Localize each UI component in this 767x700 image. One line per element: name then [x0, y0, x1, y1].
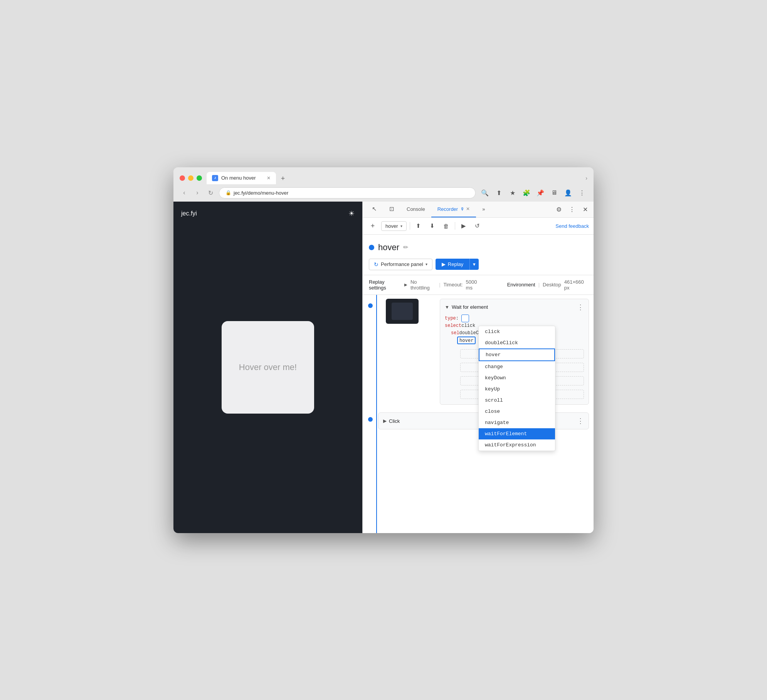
- tab-recorder[interactable]: Recorder 🎙 ✕: [431, 202, 476, 217]
- recording-title-row: hover ✏: [369, 242, 587, 252]
- dropdown-item-doubleclick[interactable]: doubleClick: [479, 337, 555, 348]
- close-devtools-icon[interactable]: ✕: [580, 204, 590, 215]
- step-title-1: ▼ Wait for element: [445, 304, 488, 310]
- cast-icon[interactable]: 🖥: [549, 187, 560, 198]
- replay-settings-label[interactable]: Replay settings: [369, 279, 401, 291]
- hover-option-highlighted: hover: [457, 337, 476, 344]
- recorder-close-icon[interactable]: ✕: [466, 206, 470, 212]
- tab-more[interactable]: »: [476, 202, 491, 217]
- browser-toolbar: 🔍 ⬆ ★ 🧩 📌 🖥 👤 ⋮: [479, 187, 587, 198]
- timeout-value: 5000 ms: [466, 279, 484, 291]
- play-button[interactable]: ▶: [458, 220, 469, 231]
- address-input[interactable]: 🔒 jec.fyi/demo/menu-hover: [219, 187, 476, 199]
- theme-toggle-button[interactable]: ☀: [348, 209, 355, 218]
- code-sel-key-1: sel: [451, 330, 459, 336]
- step-dot-1: [368, 303, 373, 308]
- step-title-2: ▶ Click: [383, 418, 400, 424]
- hover-card-text: Hover over me!: [239, 362, 297, 372]
- code-selectors-key: select: [445, 323, 461, 328]
- new-tab-button[interactable]: +: [278, 173, 288, 184]
- title-bar: J On menu hover ✕ + ›: [173, 167, 594, 184]
- env-label: Environment: [507, 282, 535, 288]
- recorder-toolbar: + hover ▾ ⬆ ⬇ 🗑 ▶ ↺ Send feedback: [363, 218, 594, 235]
- step-header-1: ▼ Wait for element ⋮: [445, 303, 584, 311]
- export-button[interactable]: ⬇: [427, 220, 438, 231]
- replay-button[interactable]: ▶ Replay: [436, 259, 469, 270]
- main-content: jec.fyi ☀ Hover over me! ↖ ⊡ Console: [173, 202, 594, 533]
- dropdown-item-keydown[interactable]: keyDown: [479, 372, 555, 384]
- recording-title: hover: [378, 242, 399, 252]
- pin-icon[interactable]: 📌: [535, 187, 546, 198]
- dropdown-item-change[interactable]: change: [479, 361, 555, 372]
- dropdown-item-waitforexpression[interactable]: waitForExpression: [479, 439, 555, 451]
- tab-title: On menu hover: [221, 175, 256, 181]
- browser-window: J On menu hover ✕ + › ‹ › ↻ 🔒 jec.fyi/de…: [173, 167, 594, 533]
- step-menu-icon-1[interactable]: ⋮: [577, 303, 584, 311]
- recording-actions: ↻ Performance panel ▾ ▶ Replay ▾: [369, 259, 587, 270]
- share-icon[interactable]: ⬆: [493, 187, 504, 198]
- import-button[interactable]: ⬆: [413, 220, 424, 231]
- recording-select[interactable]: hover ▾: [381, 221, 407, 231]
- devtools-tab-bar: ↖ ⊡ Console Recorder 🎙 ✕ » ⚙: [363, 202, 594, 218]
- webpage-panel: jec.fyi ☀ Hover over me!: [173, 202, 362, 533]
- step-type-label-2: Click: [389, 418, 400, 424]
- close-button[interactable]: [180, 175, 185, 181]
- add-recording-button[interactable]: +: [367, 220, 378, 231]
- environment-section: Environment | Desktop 461×660 px: [507, 279, 587, 291]
- devtools-panel: ↖ ⊡ Console Recorder 🎙 ✕ » ⚙: [362, 202, 594, 533]
- performance-panel-button[interactable]: ↻ Performance panel ▾: [369, 259, 432, 270]
- maximize-button[interactable]: [197, 175, 202, 181]
- step-dot-area: [363, 299, 378, 308]
- dropdown-item-navigate[interactable]: navigate: [479, 417, 555, 428]
- extensions-icon[interactable]: 🧩: [521, 187, 532, 198]
- tab-console[interactable]: Console: [400, 202, 431, 217]
- traffic-lights: [180, 175, 202, 181]
- tab-close-icon[interactable]: ✕: [267, 175, 271, 181]
- step-expand-icon-2[interactable]: ▶: [383, 418, 387, 424]
- dropdown-item-close[interactable]: close: [479, 406, 555, 417]
- menu-icon[interactable]: ⋮: [577, 187, 587, 198]
- tab-bar: J On menu hover ✕ + ›: [207, 172, 587, 184]
- settings-icon[interactable]: ⚙: [553, 204, 564, 215]
- dropdown-item-click[interactable]: click: [479, 326, 555, 337]
- browser-tab[interactable]: J On menu hover ✕: [207, 172, 276, 184]
- type-input[interactable]: [461, 315, 469, 322]
- tab-cursor[interactable]: ↖: [366, 202, 383, 217]
- dropdown-item-scroll[interactable]: scroll: [479, 395, 555, 406]
- minimize-button[interactable]: [188, 175, 193, 181]
- more-options-icon[interactable]: ⋮: [567, 204, 577, 215]
- env-value: Desktop: [543, 282, 561, 288]
- replay-dropdown-button[interactable]: ▾: [469, 259, 479, 270]
- step-type-label-1: Wait for element: [452, 304, 488, 310]
- edit-recording-icon[interactable]: ✏: [403, 244, 408, 251]
- perf-panel-label: Performance panel: [381, 261, 423, 267]
- perf-panel-icon: ↻: [374, 261, 378, 268]
- dropdown-item-hover[interactable]: hover: [479, 348, 555, 361]
- dropdown-item-keyup[interactable]: keyUp: [479, 384, 555, 395]
- forward-button[interactable]: ›: [193, 188, 202, 197]
- replay-step-button[interactable]: ↺: [472, 220, 483, 231]
- toolbar-separator-2: [455, 222, 455, 230]
- search-icon[interactable]: 🔍: [479, 187, 490, 198]
- send-feedback-link[interactable]: Send feedback: [555, 223, 589, 229]
- dropdown-item-waitforelement[interactable]: waitForElement: [479, 428, 555, 439]
- bookmark-icon[interactable]: ★: [507, 187, 518, 198]
- step-expand-icon-1[interactable]: ▼: [445, 305, 449, 310]
- step-menu-icon-2[interactable]: ⋮: [577, 417, 584, 425]
- recorder-icon: 🎙: [460, 207, 464, 211]
- back-button[interactable]: ‹: [180, 188, 189, 197]
- replay-settings-section: Replay settings ▶ No throttling | Timeou…: [369, 279, 484, 291]
- throttling-value: No throttling: [410, 279, 436, 291]
- tabs-chevron: ›: [585, 175, 587, 181]
- account-icon[interactable]: 👤: [563, 187, 574, 198]
- replay-button-group: ▶ Replay ▾: [436, 259, 479, 270]
- perf-panel-chevron: ▾: [426, 262, 427, 266]
- settings-separator: |: [439, 282, 440, 288]
- hover-card[interactable]: Hover over me!: [222, 321, 314, 414]
- tab-responsive[interactable]: ⊡: [383, 202, 400, 217]
- devtools-toolbar-icons: ⚙ ⋮ ✕: [553, 204, 590, 215]
- delete-recording-button[interactable]: 🗑: [441, 220, 452, 231]
- reload-button[interactable]: ↻: [206, 188, 215, 197]
- env-size: 461×660 px: [564, 279, 587, 291]
- recording-info: hover ✏ ↻ Performance panel ▾ ▶ Replay: [363, 235, 594, 275]
